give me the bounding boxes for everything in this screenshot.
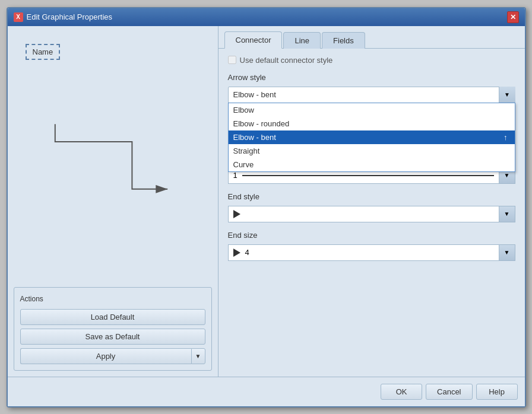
end-style-label: End style <box>228 192 515 201</box>
dropdown-item-elbow-bent[interactable]: Elbow - bent ↑ <box>229 130 515 144</box>
apply-button[interactable]: Apply <box>20 348 191 364</box>
actions-title: Actions <box>20 295 205 303</box>
arrow-style-select-wrapper: Elbow - bent ▼ Elbow Elbow - rounded Elb… <box>228 87 515 103</box>
end-style-arrow-icon <box>233 210 240 218</box>
tabs-row: Connector Line Fields <box>218 26 525 49</box>
dropdown-item-elbow-rounded[interactable]: Elbow - rounded <box>229 117 515 130</box>
end-size-section: End size 4 ▼ <box>228 231 515 261</box>
begin-size-value: 1 <box>233 171 238 180</box>
arrow-style-arrow[interactable]: ▼ <box>499 87 515 103</box>
arrow-style-display[interactable]: Elbow - bent <box>228 87 515 103</box>
dialog-title: Edit Graphical Properties <box>27 12 113 21</box>
end-size-value: 4 <box>245 248 249 257</box>
right-panel: Connector Line Fields Use default connec… <box>218 26 525 377</box>
arrow-style-section: Arrow style Elbow - bent ▼ Elbow Elbow -… <box>228 73 515 103</box>
use-default-row: Use default connector style <box>228 56 515 65</box>
apply-dropdown-arrow[interactable]: ▼ <box>191 348 205 364</box>
dropdown-item-straight[interactable]: Straight <box>229 144 515 158</box>
apply-row: Apply ▼ <box>20 348 205 364</box>
end-style-btn[interactable]: ▼ <box>499 206 515 222</box>
left-panel: Name Actions Load Default Save as Defaul… <box>8 26 218 377</box>
save-default-button[interactable]: Save as Default <box>20 329 205 345</box>
end-size-arrow-icon <box>233 249 240 257</box>
end-size-dropdown-btn[interactable]: ▼ <box>499 244 515 261</box>
end-size-display: 4 <box>228 244 499 261</box>
actions-box: Actions Load Default Save as Default App… <box>14 287 212 371</box>
end-size-label: End size <box>228 231 515 240</box>
arrow-style-label: Arrow style <box>228 73 515 82</box>
dropdown-item-elbow[interactable]: Elbow <box>229 103 515 117</box>
cancel-button[interactable]: Cancel <box>426 384 472 400</box>
dialog: X Edit Graphical Properties ✕ Name <box>7 7 526 407</box>
dropdown-item-curve[interactable]: Curve <box>229 158 515 171</box>
title-bar: X Edit Graphical Properties ✕ <box>8 8 525 26</box>
ok-button[interactable]: OK <box>381 384 422 400</box>
close-button[interactable]: ✕ <box>507 11 519 23</box>
tab-line[interactable]: Line <box>283 32 321 49</box>
end-style-display <box>228 206 499 222</box>
app-icon: X <box>14 12 23 22</box>
end-size-row: 4 ▼ <box>228 244 515 261</box>
use-default-checkbox[interactable] <box>228 56 236 64</box>
tab-fields[interactable]: Fields <box>322 32 365 49</box>
use-default-label: Use default connector style <box>240 56 333 65</box>
help-button[interactable]: Help <box>476 384 518 400</box>
preview-area: Name <box>14 32 212 281</box>
arrow-style-value: Elbow - bent <box>233 90 276 99</box>
connector-preview <box>14 32 212 281</box>
load-default-button[interactable]: Load Default <box>20 309 205 325</box>
arrow-style-dropdown: Elbow Elbow - rounded Elbow - bent ↑ Str… <box>228 103 515 172</box>
tab-content-connector: Use default connector style Arrow style … <box>218 49 525 377</box>
tab-connector[interactable]: Connector <box>224 31 283 49</box>
begin-size-line <box>242 175 494 176</box>
dialog-body: Name Actions Load Default Save as Defaul… <box>8 26 525 377</box>
bottom-bar: OK Cancel Help <box>8 377 525 406</box>
end-style-row: ▼ <box>228 206 515 222</box>
end-style-section: End style ▼ <box>228 192 515 222</box>
